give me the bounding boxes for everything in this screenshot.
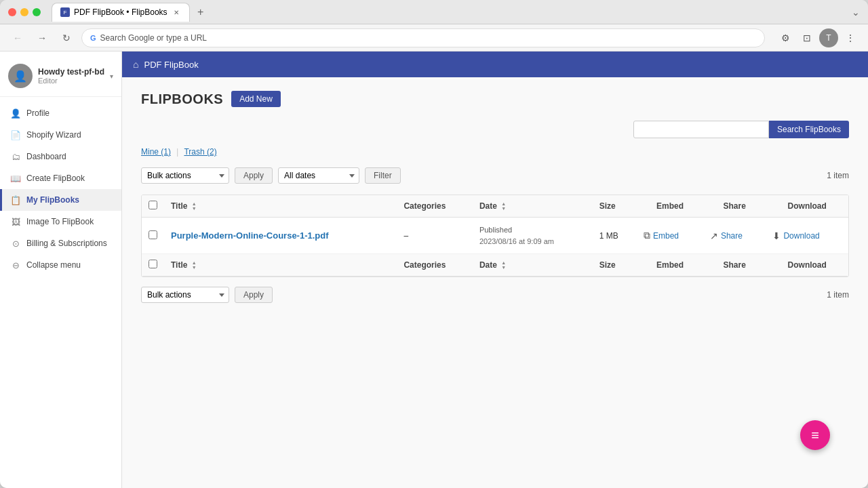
embed-label: Embed [653, 231, 679, 241]
date-cell-content: Published 2023/08/16 at 9:09 am [479, 224, 586, 247]
download-link[interactable]: ⬇ Download [772, 230, 819, 241]
header-date: Date ▲ ▼ [473, 195, 593, 218]
date-sort-up-icon: ▲ [501, 201, 506, 206]
bottom-actions-bar: Bulk actions Apply 1 item [141, 287, 849, 303]
sidebar-item-create-flipbook[interactable]: 📖 Create FlipBook [0, 167, 121, 189]
footer-header-categories: Categories [397, 254, 473, 277]
footer-header-title: Title ▲ ▼ [164, 254, 397, 277]
share-link[interactable]: ↗ Share [710, 230, 743, 241]
back-button[interactable]: ← [8, 28, 27, 47]
date-sort-arrows[interactable]: ▲ ▼ [501, 201, 506, 211]
sidebar-item-dashboard[interactable]: 🗂 Dashboard [0, 146, 121, 167]
close-traffic-light[interactable] [8, 8, 16, 16]
search-row: Search FlipBooks [141, 121, 849, 138]
flipbooks-table: Title ▲ ▼ Categories Date [141, 195, 849, 277]
select-all-checkbox[interactable] [149, 201, 157, 209]
row-embed-cell: ⧉ Embed [637, 218, 703, 254]
content-area: FLIPBOOKS Add New Search FlipBooks Mine … [122, 77, 868, 488]
all-dates-select[interactable]: All dates [278, 167, 359, 184]
bulk-actions-select-bottom[interactable]: Bulk actions [141, 287, 229, 303]
user-info: 👤 Howdy test-pf-bd Editor ▾ [0, 58, 121, 97]
sidebar-item-image-to-flipbook[interactable]: 🖼 Image To FlipBook [0, 211, 121, 232]
billing-icon: ⊙ [10, 238, 21, 249]
user-name: Howdy test-pf-bd [38, 67, 104, 77]
apply-button-bottom[interactable]: Apply [235, 287, 273, 303]
search-button[interactable]: Search FlipBooks [769, 121, 849, 138]
footer-date-sort-down-icon: ▼ [501, 265, 506, 270]
minimize-traffic-light[interactable] [20, 8, 28, 16]
row-checkbox[interactable] [149, 230, 157, 239]
reload-button[interactable]: ↻ [57, 28, 76, 47]
fab-button[interactable]: ≡ [800, 420, 830, 450]
sidebar-item-collapse-menu[interactable]: ⊖ Collapse menu [0, 254, 121, 276]
header-checkbox-col [142, 195, 164, 218]
tab-bar: F PDF FlipBook • FlipBooks ✕ + [52, 3, 719, 22]
date-value: 2023/08/16 at 9:09 am [479, 236, 586, 247]
avatar: 👤 [8, 64, 33, 88]
table-header-row: Title ▲ ▼ Categories Date [142, 195, 848, 218]
browser-actions: ⚙ ⊡ T ⋮ [776, 28, 860, 47]
title-sort-arrows[interactable]: ▲ ▼ [192, 201, 197, 211]
browser-menu-button[interactable]: ⌄ [852, 7, 860, 18]
my-flipbooks-icon: 📋 [10, 195, 21, 205]
add-new-button[interactable]: Add New [231, 91, 281, 107]
sidebar-label-dashboard: Dashboard [26, 152, 66, 161]
embed-link[interactable]: ⧉ Embed [644, 230, 679, 241]
extensions-button[interactable]: ⚙ [776, 28, 795, 47]
page-header: FLIPBOOKS Add New [141, 91, 849, 107]
google-icon: G [90, 34, 96, 42]
forward-button[interactable]: → [33, 28, 52, 47]
header-download: Download [766, 195, 848, 218]
active-tab[interactable]: F PDF FlipBook • FlipBooks ✕ [52, 3, 190, 22]
search-input[interactable] [633, 121, 769, 138]
chrome-menu-button[interactable]: ⋮ [841, 28, 860, 47]
sidebar-item-shopify-wizard[interactable]: 📄 Shopify Wizard [0, 124, 121, 146]
footer-select-all-checkbox[interactable] [149, 260, 157, 268]
sidebar-item-billing-subscriptions[interactable]: ⊙ Billing & Subscriptions [0, 232, 121, 254]
date-sort-down-icon: ▼ [501, 206, 506, 211]
home-icon[interactable]: ⌂ [133, 59, 138, 70]
profile-button[interactable]: T [819, 28, 838, 47]
sidebar-item-profile[interactable]: 👤 Profile [0, 102, 121, 124]
address-bar[interactable]: G Search Google or type a URL [81, 28, 765, 47]
date-status: Published [479, 224, 586, 236]
header-categories: Categories [397, 195, 473, 218]
download-label: Download [783, 231, 819, 241]
flipbook-title-link[interactable]: Purple-Modern-Online-Course-1-1.pdf [171, 230, 329, 241]
footer-sort-down-icon: ▼ [192, 265, 197, 270]
table-row: Purple-Modern-Online-Course-1-1.pdf – Pu… [142, 218, 848, 254]
new-tab-button[interactable]: + [193, 4, 209, 20]
bulk-actions-select[interactable]: Bulk actions [141, 167, 229, 184]
row-date-cell: Published 2023/08/16 at 9:09 am [473, 218, 593, 254]
filter-button[interactable]: Filter [365, 167, 401, 184]
user-role: Editor [38, 77, 104, 85]
download-icon: ⬇ [772, 230, 781, 241]
header-share: Share [703, 195, 766, 218]
sort-up-icon: ▲ [192, 201, 197, 206]
image-to-flipbook-icon: 🖼 [10, 216, 21, 227]
sidebar-item-my-flipbooks[interactable]: 📋 My FlipBooks [0, 189, 121, 211]
filter-tab-trash[interactable]: Trash (2) [184, 147, 216, 157]
shopify-wizard-icon: 📄 [10, 129, 21, 140]
user-details: Howdy test-pf-bd Editor [38, 67, 104, 85]
row-title-cell: Purple-Modern-Online-Course-1-1.pdf [164, 218, 397, 254]
tab-title: PDF FlipBook • FlipBooks [74, 7, 167, 17]
apply-button-top[interactable]: Apply [235, 167, 273, 184]
user-dropdown-icon[interactable]: ▾ [110, 73, 113, 80]
wp-sidebar: 👤 Howdy test-pf-bd Editor ▾ 👤 Profile 📄 … [0, 52, 122, 488]
table: Title ▲ ▼ Categories Date [142, 195, 848, 277]
footer-title-sort[interactable]: ▲ ▼ [192, 260, 197, 270]
split-view-button[interactable]: ⊡ [797, 28, 816, 47]
profile-icon: 👤 [10, 108, 21, 119]
wp-admin-header: ⌂ PDF FlipBook [122, 52, 868, 77]
table-footer-header-row: Title ▲ ▼ Categories Date [142, 254, 848, 277]
maximize-traffic-light[interactable] [33, 8, 41, 16]
filter-tab-mine[interactable]: Mine (1) [141, 147, 171, 157]
item-count-bottom: 1 item [827, 290, 849, 300]
item-count-top: 1 item [827, 171, 849, 180]
collapse-menu-icon: ⊖ [10, 260, 21, 270]
tab-close-button[interactable]: ✕ [172, 7, 181, 17]
filter-tabs: Mine (1) | Trash (2) [141, 146, 849, 157]
footer-date-sort[interactable]: ▲ ▼ [501, 260, 506, 270]
create-flipbook-icon: 📖 [10, 173, 21, 184]
